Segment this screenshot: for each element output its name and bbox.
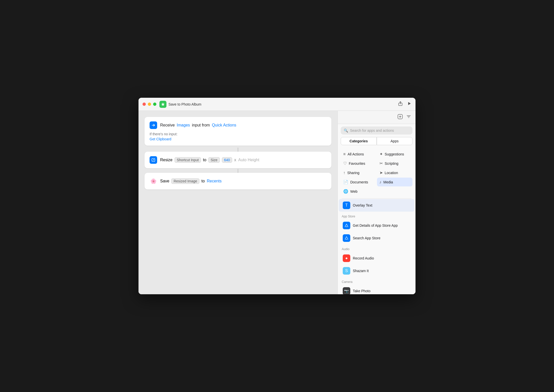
content: Receive Images input from Quick Actions … [138,111,416,294]
app-icon [159,101,166,108]
minimize-button[interactable] [148,103,151,106]
take-photo-icon: 📷 [343,287,350,294]
section-camera: Camera [338,277,416,285]
save-row: 🌸 Save Resized Image to Recents [150,177,326,185]
receive-icon [150,121,157,129]
search-input[interactable] [350,128,409,133]
cat-location-label: Location [385,171,398,175]
connector-1 [238,148,238,152]
sidebar: 🔍 Categories Apps ≡ All Actions ✦ Sugges… [337,111,416,294]
cat-documents[interactable]: 📄 Documents [341,178,376,186]
maximize-button[interactable] [153,103,156,106]
get-clipboard-btn[interactable]: Get Clipboard [150,137,326,141]
auto-height-label[interactable]: Auto Height [238,158,259,162]
record-audio-icon: ● [343,254,350,262]
resize-row: Resize Shortcut Input to Size 640 x Auto… [150,156,326,164]
documents-icon: 📄 [343,180,348,184]
web-icon: 🌐 [343,189,348,194]
receive-row: Receive Images input from Quick Actions [150,121,326,129]
sidebar-toolbar [338,111,416,124]
run-button[interactable] [407,101,411,107]
action-take-photo[interactable]: 📷 Take Photo [339,285,414,294]
cat-scripting-label: Scripting [385,161,398,166]
cat-favourites-label: Favourites [349,161,365,166]
action-overlay-text[interactable]: T Overlay Text [339,199,414,212]
resize-icon [150,156,157,164]
cat-media[interactable]: ♪ Media [377,178,413,186]
search-icon: 🔍 [344,128,348,133]
resized-image-badge[interactable]: Resized Image [171,178,199,184]
shazam-icon: S [343,267,350,275]
share-button[interactable] [398,101,403,107]
search-app-store-name: Search App Store [353,236,410,240]
resize-card: Resize Shortcut Input to Size 640 x Auto… [145,152,331,168]
all-actions-icon: ≡ [343,152,345,156]
cat-web-label: Web [350,189,358,193]
titlebar-actions [398,101,411,107]
tabs-row: Categories Apps [338,137,416,148]
traffic-lights [143,103,156,106]
cat-web[interactable]: 🌐 Web [341,187,376,196]
cat-sharing-label: Sharing [347,171,359,175]
app-store-details-icon [343,222,350,229]
cat-all-actions[interactable]: ≡ All Actions [341,150,376,158]
search-app-store-icon [343,234,350,242]
quick-actions-label[interactable]: Quick Actions [212,123,236,127]
titlebar: Save to Photo Album [138,98,416,111]
connector-2 [238,169,238,173]
cat-suggestions[interactable]: ✦ Suggestions [377,150,413,158]
cat-sharing[interactable]: ↑ Sharing [341,168,376,177]
size-label-badge[interactable]: Size [208,157,220,163]
photos-icon: 🌸 [150,177,157,185]
shazam-name: Shazam It [353,269,410,273]
media-icon: ♪ [379,180,382,184]
save-card: 🌸 Save Resized Image to Recents [145,173,331,189]
to-label-2: to [201,179,205,183]
section-app-store: App Store [338,212,416,219]
divider [342,198,411,199]
to-label: to [203,158,206,162]
receive-card: Receive Images input from Quick Actions … [145,117,331,146]
cat-documents-label: Documents [350,180,368,184]
sharing-icon: ↑ [343,171,345,175]
recents-label[interactable]: Recents [207,179,222,183]
cat-scripting[interactable]: ✂ Scripting [377,159,413,168]
location-icon: ➤ [379,170,383,175]
no-input-row: If there's no input: [150,132,326,136]
categories-grid: ≡ All Actions ✦ Suggestions ♡ Favourites… [338,148,416,198]
cat-favourites[interactable]: ♡ Favourites [341,159,376,168]
app-window: Save to Photo Album [138,98,416,294]
editor-pane: Receive Images input from Quick Actions … [138,111,337,294]
filter-button[interactable] [406,114,411,121]
receive-label: Receive [160,123,175,127]
overlay-text-name: Overlay Text [353,203,410,207]
no-input-text: If there's no input: [150,132,178,136]
suggestions-icon: ✦ [379,152,383,156]
cat-location[interactable]: ➤ Location [377,168,413,177]
cat-media-label: Media [384,180,393,184]
search-input-wrap: 🔍 [341,126,412,135]
actions-list: T Overlay Text App Store Get Details of … [338,199,416,294]
overlay-text-icon: T [343,202,350,209]
action-search-app-store[interactable]: Search App Store [339,232,414,244]
resize-label: Resize [160,158,172,162]
action-shazam[interactable]: S Shazam It [339,265,414,277]
record-audio-name: Record Audio [353,256,410,260]
action-get-app-store-details[interactable]: Get Details of App Store App [339,219,414,232]
save-label: Save [160,179,169,183]
action-record-audio[interactable]: ● Record Audio [339,252,414,265]
tab-categories[interactable]: Categories [341,137,377,145]
receive-type[interactable]: Images [177,123,190,127]
cat-suggestions-label: Suggestions [385,152,404,156]
close-button[interactable] [143,103,146,106]
x-separator: x [234,158,236,162]
add-action-button[interactable] [397,114,403,121]
search-bar: 🔍 [338,124,416,137]
tab-apps[interactable]: Apps [377,137,413,145]
size-value-badge[interactable]: 640 [222,157,232,163]
favourites-icon: ♡ [343,161,347,166]
scripting-icon: ✂ [379,161,383,166]
shortcut-input-badge[interactable]: Shortcut Input [175,157,201,163]
window-title: Save to Photo Album [168,102,398,106]
take-photo-name: Take Photo [353,289,410,293]
